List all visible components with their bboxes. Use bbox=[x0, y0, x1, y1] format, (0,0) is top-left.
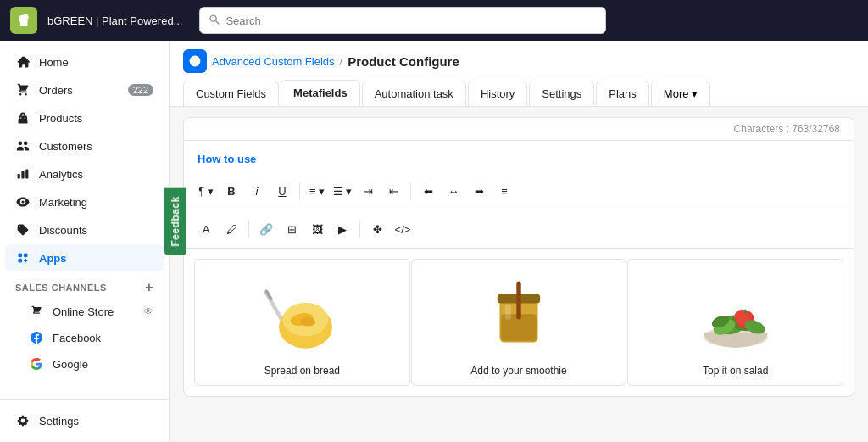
char-count: Characters : 763/32768 bbox=[184, 118, 854, 141]
tab-history[interactable]: History bbox=[468, 81, 527, 106]
smoothie-cell: Add to your smoothie bbox=[411, 259, 627, 386]
sidebar: Home Orders 222 Products Customers bbox=[0, 41, 170, 442]
marketing-icon bbox=[15, 194, 31, 210]
bread-image bbox=[251, 273, 353, 358]
toolbar-sep-2 bbox=[410, 182, 411, 199]
online-store-actions: 👁 bbox=[143, 305, 153, 317]
bread-caption: Spread on bread bbox=[264, 365, 340, 377]
sidebar-item-products[interactable]: Products bbox=[5, 104, 164, 131]
store-name: bGREEN | Plant Powered... bbox=[47, 14, 182, 27]
sidebar-item-online-store[interactable]: Online Store 👁 bbox=[5, 299, 164, 324]
sidebar-item-settings[interactable]: Settings bbox=[5, 407, 164, 434]
products-icon bbox=[15, 110, 31, 126]
tab-more-label: More bbox=[664, 87, 689, 100]
analytics-icon bbox=[15, 166, 31, 182]
toolbar-sep-4 bbox=[359, 221, 360, 238]
acf-icon bbox=[183, 49, 207, 73]
image-btn[interactable]: 🖼 bbox=[305, 217, 329, 241]
svg-rect-0 bbox=[264, 290, 284, 322]
editor-section-title: How to use bbox=[184, 141, 854, 172]
breadcrumb: Advanced Custom Fields / Product Configu… bbox=[183, 49, 854, 73]
align-right-btn[interactable]: ➡ bbox=[467, 179, 491, 203]
orders-badge: 222 bbox=[128, 84, 153, 96]
online-store-eye-icon[interactable]: 👁 bbox=[143, 305, 153, 317]
svg-rect-11 bbox=[505, 305, 511, 320]
paragraph-btn[interactable]: ¶ ▾ bbox=[194, 179, 218, 203]
video-btn[interactable]: ▶ bbox=[331, 217, 354, 241]
sidebar-analytics-label: Analytics bbox=[39, 168, 83, 181]
content-area: Characters : 763/32768 How to use ¶ ▾ B … bbox=[170, 107, 868, 442]
sidebar-marketing-label: Marketing bbox=[39, 196, 87, 209]
how-to-use-grid: Spread on bread bbox=[184, 249, 854, 396]
search-input[interactable] bbox=[225, 14, 597, 27]
topbar: bGREEN | Plant Powered... bbox=[0, 0, 868, 41]
editor-toolbar: ¶ ▾ B i U ≡ ▾ ☰ ▾ ⇥ ⇤ ⬅ ↔ ➡ ≡ bbox=[184, 172, 854, 210]
align-justify-btn[interactable]: ≡ bbox=[492, 179, 516, 203]
italic-btn[interactable]: i bbox=[245, 179, 269, 203]
apps-icon bbox=[15, 250, 31, 266]
sidebar-item-customers[interactable]: Customers bbox=[5, 132, 164, 159]
sidebar-item-analytics[interactable]: Analytics bbox=[5, 160, 164, 187]
sidebar-item-google[interactable]: Google bbox=[5, 351, 164, 377]
discounts-icon bbox=[15, 222, 31, 238]
add-sales-channel-btn[interactable]: + bbox=[145, 281, 153, 294]
svg-rect-10 bbox=[516, 282, 520, 320]
facebook-icon bbox=[29, 330, 44, 345]
sidebar-item-discounts[interactable]: Discounts bbox=[5, 216, 164, 243]
sidebar-orders-label: Orders bbox=[39, 84, 73, 97]
smoothie-caption: Add to your smoothie bbox=[470, 365, 566, 377]
code-btn[interactable]: </> bbox=[391, 217, 415, 241]
editor-card: Characters : 763/32768 How to use ¶ ▾ B … bbox=[183, 117, 854, 397]
breadcrumb-link[interactable]: Advanced Custom Fields bbox=[212, 55, 335, 68]
sidebar-item-marketing[interactable]: Marketing bbox=[5, 188, 164, 215]
link-btn[interactable]: 🔗 bbox=[254, 217, 278, 241]
ordered-list-btn[interactable]: ≡ ▾ bbox=[305, 179, 329, 203]
editor-toolbar-2: A 🖊 🔗 ⊞ 🖼 ▶ ✤ </> bbox=[184, 210, 854, 249]
online-store-label: Online Store bbox=[53, 305, 114, 318]
bold-btn[interactable]: B bbox=[220, 179, 243, 203]
sidebar-item-facebook[interactable]: Facebook bbox=[5, 325, 164, 350]
tab-automation-task[interactable]: Automation task bbox=[362, 81, 466, 106]
main-area: Feedback Advanced Custom Fields / Produc… bbox=[170, 41, 868, 442]
online-store-icon bbox=[29, 304, 44, 319]
search-bar[interactable] bbox=[199, 7, 606, 34]
sidebar-home-label: Home bbox=[39, 56, 69, 69]
chevron-down-icon: ▾ bbox=[692, 87, 698, 100]
font-color-btn[interactable]: A bbox=[194, 217, 218, 241]
toolbar-sep-3 bbox=[248, 221, 249, 238]
indent-btn[interactable]: ⇥ bbox=[356, 179, 380, 203]
customers-icon bbox=[15, 138, 31, 154]
outdent-btn[interactable]: ⇤ bbox=[381, 179, 405, 203]
home-icon bbox=[15, 54, 31, 70]
underline-btn[interactable]: U bbox=[270, 179, 294, 203]
salad-cell: Top it on salad bbox=[627, 259, 843, 386]
page-header: Advanced Custom Fields / Product Configu… bbox=[170, 41, 868, 107]
align-left-btn[interactable]: ⬅ bbox=[416, 179, 440, 203]
google-label: Google bbox=[53, 358, 88, 371]
unordered-list-btn[interactable]: ☰ ▾ bbox=[331, 179, 354, 203]
sidebar-nav: Home Orders 222 Products Customers bbox=[0, 41, 169, 399]
special-char-btn[interactable]: ✤ bbox=[365, 217, 389, 241]
bread-cell: Spread on bread bbox=[194, 259, 410, 386]
sidebar-item-orders[interactable]: Orders 222 bbox=[5, 76, 164, 104]
google-icon bbox=[29, 356, 44, 372]
tab-more[interactable]: More ▾ bbox=[651, 81, 711, 106]
search-icon bbox=[209, 14, 220, 28]
table-btn[interactable]: ⊞ bbox=[280, 217, 303, 241]
tab-metafields[interactable]: Metafields bbox=[281, 80, 360, 106]
align-center-btn[interactable]: ↔ bbox=[442, 179, 465, 203]
tab-custom-fields[interactable]: Custom Fields bbox=[183, 81, 279, 106]
sidebar-item-home[interactable]: Home bbox=[5, 48, 164, 76]
highlight-btn[interactable]: 🖊 bbox=[220, 217, 243, 241]
sidebar-apps-label: Apps bbox=[39, 252, 67, 265]
settings-icon bbox=[15, 413, 31, 428]
settings-label: Settings bbox=[39, 415, 79, 428]
salad-image bbox=[685, 273, 787, 358]
tab-plans[interactable]: Plans bbox=[596, 81, 649, 106]
sidebar-item-apps[interactable]: Apps bbox=[5, 244, 164, 271]
tab-settings[interactable]: Settings bbox=[529, 81, 594, 106]
breadcrumb-separator: / bbox=[340, 55, 343, 68]
smoothie-image bbox=[468, 273, 570, 358]
feedback-tab[interactable]: Feedback bbox=[170, 187, 186, 255]
svg-rect-18 bbox=[744, 310, 747, 314]
